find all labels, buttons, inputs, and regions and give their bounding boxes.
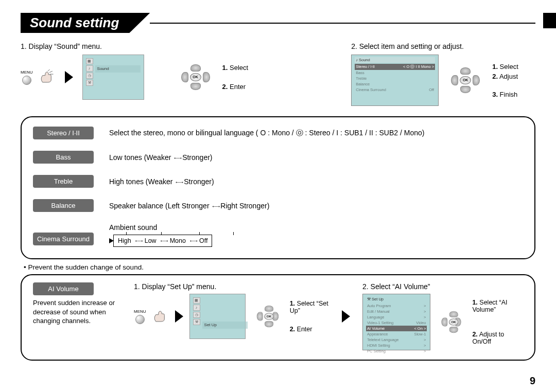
step2-finish-label: 3. Finish [492,91,518,98]
desc-stereo: Select the stereo, mono or bilingual lan… [109,129,424,138]
ai-step1-text: 1. Display “Set Up” menu. [134,282,350,291]
double-arrow-icon [175,177,182,186]
ai-right-adjust: 2. Adjust to On/Off [472,331,523,345]
tv-menu-setup-label: Set Up [204,323,217,327]
step1-enter-label: 2. Enter [222,83,249,91]
hand-press-icon [38,69,56,85]
double-arrow-icon [173,153,180,162]
step2-select-label: 1. Select [492,63,518,70]
remote-dpad-2: OK [448,65,483,95]
ai-mid-enter: 2. Enter [290,326,336,333]
note-prevent-sudden: • Prevent the sudden change of sound. [24,263,535,271]
remote-ok-button-3: OK [264,313,274,320]
picture-icon: ▦ [193,297,200,304]
step-1: 1. Display “Sound” menu. MENU ▦ ♪ ◷ ⚒ So… [21,42,248,106]
pill-bass: Bass [33,151,94,164]
double-arrow-icon [134,237,142,244]
pill-cinema-surround: Cinema Surround [33,233,94,245]
tv-menu-selected-label: Sound [97,66,109,71]
double-arrow-icon [189,237,196,244]
remote-dpad: OK [178,62,213,92]
step1-select-label: 1. Select [222,64,249,72]
picture-icon: ▦ [86,58,93,64]
ai-step2-text: 2. Select “AI Volume” [362,282,523,291]
step-2: 2. Select item and setting or adjust. ♪ … [351,42,518,106]
desc-ai-volume: Prevent sudden increase or decrease of s… [33,298,126,326]
sound-osd-screen: ♪ Sound Stereo / I·II< O ⓞ I II Mono > B… [351,55,439,106]
desc-balance: Speaker balance (Left Stronger Right Str… [109,202,269,210]
pill-stereo: Stereo / I·II [33,127,94,139]
remote-dpad-3: OK [254,304,281,329]
remote-menu-button: MENU [21,70,33,85]
hand-press-icon [151,309,169,324]
tv-menu-screen-sound: ▦ ♪ ◷ ⚒ Sound [82,55,144,100]
top-steps: 1. Display “Sound” menu. MENU ▦ ♪ ◷ ⚒ So… [21,42,535,106]
ai-mid-select: 1. Select “Set Up” [290,300,336,314]
remote-menu-button-2: MENU [134,309,146,324]
setup-osd-screen: ⚒ Set Up Auto Program> Edit / Manual> La… [362,294,430,350]
sound-icon: ♪ [193,305,200,311]
pill-ai-volume: AI Volume [33,282,94,295]
ai-right-select: 1. Select “AI Volume” [472,299,523,313]
arrow-right-icon [342,310,350,323]
svg-line-0 [47,69,50,71]
tv-menu-screen-setup: ▦ ♪ ◷ ⚒ Set Up [189,294,246,339]
clock-icon: ◷ [193,312,200,318]
step-1-text: 1. Display “Sound” menu. [21,42,248,50]
arrow-right-icon [65,71,73,83]
arrow-right-icon [175,310,183,323]
sound-settings-panel: Stereo / I·II Select the stereo, mono or… [21,116,535,259]
setup-icon: ⚒ [86,80,93,86]
page-number: 9 [530,375,535,387]
setup-icon: ⚒ [193,319,200,325]
step-2-text: 2. Select item and setting or adjust. [351,42,518,50]
desc-bass: Low tones (Weaker Stronger) [109,153,213,162]
pill-balance: Balance [33,199,94,212]
desc-cs-title: Ambient sound [109,223,212,231]
svg-line-1 [49,71,53,73]
page-edge-tab [543,13,556,28]
pill-treble: Treble [33,175,94,188]
remote-dpad-4: OK [439,309,464,334]
title-bar: Sound setting [21,13,535,33]
remote-ok-button: OK [190,73,201,81]
desc-treble: High tones (Weaker Stronger) [109,177,214,186]
double-arrow-icon [211,202,218,210]
remote-ok-button-2: OK [460,76,471,84]
step2-adjust-label: 2. Adjust [492,73,518,80]
clock-icon: ◷ [86,73,93,79]
page-title: Sound setting [21,13,150,33]
cs-option-chain: High Low Mono Off [113,235,212,247]
sound-icon: ♪ [86,65,93,72]
title-rule [150,23,535,24]
ai-volume-panel: AI Volume Prevent sudden increase or dec… [21,274,535,361]
double-arrow-icon [160,237,167,244]
